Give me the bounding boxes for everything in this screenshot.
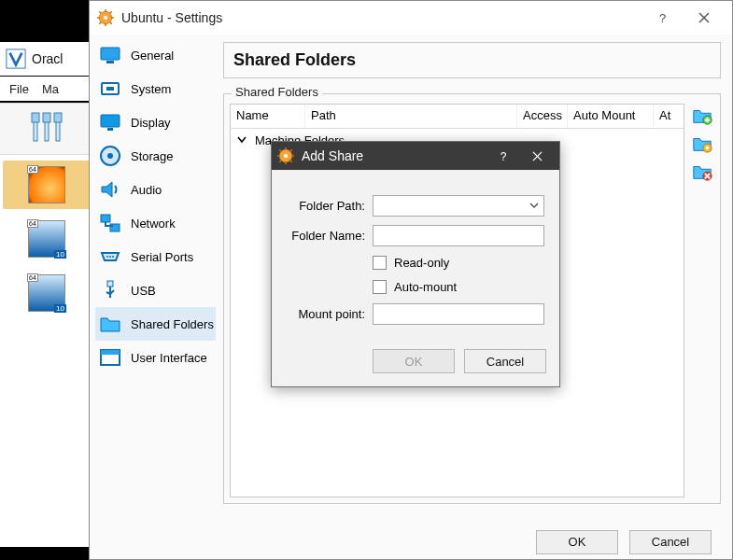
remove-folder-button[interactable] bbox=[690, 160, 714, 184]
page-title: Shared Folders bbox=[223, 42, 721, 78]
col-path[interactable]: Path bbox=[305, 105, 517, 128]
svg-rect-24 bbox=[101, 115, 120, 127]
settings-titlebar[interactable]: Ubuntu - Settings ? bbox=[90, 1, 732, 35]
svg-point-30 bbox=[106, 256, 108, 258]
svg-rect-35 bbox=[101, 350, 120, 355]
settings-cancel-button[interactable]: Cancel bbox=[629, 530, 712, 554]
svg-line-49 bbox=[290, 149, 292, 151]
svg-line-15 bbox=[99, 22, 101, 24]
svg-rect-5 bbox=[43, 113, 50, 122]
sidebar-item-audio[interactable]: Audio bbox=[95, 173, 216, 206]
col-name[interactable]: Name bbox=[231, 105, 305, 128]
sidebar-item-label: Display bbox=[131, 116, 171, 130]
add-share-footer: OK Cancel bbox=[272, 340, 559, 386]
group-legend: Shared Folders bbox=[232, 85, 322, 99]
settings-ok-button[interactable]: OK bbox=[536, 530, 618, 554]
svg-line-13 bbox=[99, 11, 101, 13]
window-icon bbox=[99, 346, 121, 369]
network-icon bbox=[99, 212, 121, 234]
sidebar-item-label: Shared Folders bbox=[131, 317, 214, 331]
help-button[interactable]: ? bbox=[642, 1, 684, 35]
folder-path-combo[interactable] bbox=[373, 195, 544, 217]
vbox-main-menubar: File Ma bbox=[0, 77, 93, 101]
mountpoint-input[interactable] bbox=[373, 303, 544, 325]
col-access[interactable]: Access bbox=[517, 105, 568, 128]
close-button[interactable] bbox=[684, 1, 725, 35]
add-folder-button[interactable] bbox=[690, 104, 714, 128]
add-share-title: Add Share bbox=[302, 148, 486, 163]
usb-icon bbox=[99, 279, 121, 301]
vm-ubuntu[interactable]: 64 bbox=[3, 161, 91, 209]
menu-machine[interactable]: Ma bbox=[42, 82, 59, 96]
serial-port-icon bbox=[99, 245, 121, 268]
add-share-cancel-button[interactable]: Cancel bbox=[464, 349, 546, 373]
svg-point-8 bbox=[104, 16, 108, 21]
settings-content: Shared Folders Shared Folders Name Path … bbox=[216, 35, 732, 522]
vbox-main-toolbar bbox=[0, 103, 93, 155]
svg-rect-33 bbox=[107, 281, 113, 287]
folder-name-input[interactable] bbox=[373, 225, 544, 246]
svg-rect-20 bbox=[101, 48, 120, 60]
virtualbox-logo-icon bbox=[6, 49, 26, 69]
vm-windows10-a[interactable]: 6410 bbox=[3, 215, 91, 263]
add-share-close-button[interactable] bbox=[520, 142, 554, 170]
sidebar-item-serial[interactable]: Serial Ports bbox=[95, 240, 216, 273]
svg-line-14 bbox=[110, 22, 112, 24]
vbox-main-titlebar: Oracl bbox=[0, 42, 93, 76]
sidebar-item-display[interactable]: Display bbox=[95, 105, 216, 139]
sidebar-item-label: USB bbox=[131, 284, 156, 298]
automount-label: Auto-mount bbox=[394, 280, 457, 294]
sidebar-item-ui[interactable]: User Interface bbox=[95, 341, 216, 374]
sidebar-item-system[interactable]: System bbox=[95, 72, 216, 105]
svg-rect-28 bbox=[101, 215, 110, 222]
settings-footer: OK Cancel bbox=[90, 522, 732, 560]
mountpoint-label: Mount point: bbox=[287, 307, 365, 321]
chip-icon bbox=[99, 77, 121, 100]
settings-sidebar: General System Display Storage Audio Net… bbox=[90, 35, 216, 522]
menu-file[interactable]: File bbox=[9, 82, 29, 96]
svg-rect-23 bbox=[106, 87, 114, 91]
sidebar-item-label: General bbox=[131, 49, 174, 63]
svg-line-46 bbox=[279, 149, 281, 151]
svg-rect-21 bbox=[106, 61, 114, 63]
col-at[interactable]: At bbox=[654, 105, 684, 128]
add-share-help-button[interactable]: ? bbox=[486, 142, 520, 170]
display-icon bbox=[99, 111, 121, 133]
svg-text:?: ? bbox=[659, 12, 666, 23]
sidebar-item-storage[interactable]: Storage bbox=[95, 139, 216, 173]
sidebar-item-label: Network bbox=[131, 217, 176, 231]
sidebar-item-shared-folders[interactable]: Shared Folders bbox=[95, 307, 216, 341]
readonly-label: Read-only bbox=[394, 256, 449, 270]
tools-icon[interactable] bbox=[26, 109, 67, 149]
folder-action-buttons bbox=[690, 104, 714, 497]
svg-rect-25 bbox=[107, 128, 113, 131]
vm-windows10-b[interactable]: 6410 bbox=[3, 269, 91, 317]
sidebar-item-label: User Interface bbox=[131, 351, 207, 365]
sidebar-item-usb[interactable]: USB bbox=[95, 273, 216, 307]
add-share-dialog: Add Share ? Folder Path: bbox=[271, 141, 560, 387]
folder-name-label: Folder Name: bbox=[287, 229, 365, 243]
svg-point-32 bbox=[112, 256, 114, 258]
vm-list: 64 6410 6410 bbox=[0, 155, 93, 547]
readonly-checkbox[interactable] bbox=[373, 256, 387, 270]
add-share-titlebar[interactable]: Add Share ? bbox=[272, 142, 559, 170]
settings-dialog: Ubuntu - Settings ? General System Displ… bbox=[89, 0, 733, 560]
gear-icon bbox=[277, 147, 294, 164]
sidebar-item-network[interactable]: Network bbox=[95, 206, 216, 240]
edit-folder-button[interactable] bbox=[690, 132, 714, 156]
col-automount[interactable]: Auto Mount bbox=[568, 105, 654, 128]
sidebar-item-label: Audio bbox=[131, 183, 162, 197]
automount-checkbox[interactable] bbox=[373, 280, 387, 294]
sidebar-item-general[interactable]: General bbox=[95, 38, 216, 72]
svg-point-38 bbox=[706, 147, 710, 150]
vbox-main-title: Oracl bbox=[32, 51, 63, 66]
settings-title: Ubuntu - Settings bbox=[121, 10, 642, 25]
add-share-ok-button[interactable]: OK bbox=[373, 349, 455, 373]
sidebar-item-label: Serial Ports bbox=[131, 250, 193, 264]
gear-icon bbox=[97, 9, 114, 26]
shared-folders-group: Shared Folders Name Path Access Auto Mou… bbox=[223, 93, 721, 504]
folder-icon bbox=[99, 313, 121, 335]
svg-point-41 bbox=[284, 154, 289, 159]
svg-point-31 bbox=[109, 256, 111, 258]
svg-rect-6 bbox=[54, 113, 62, 122]
